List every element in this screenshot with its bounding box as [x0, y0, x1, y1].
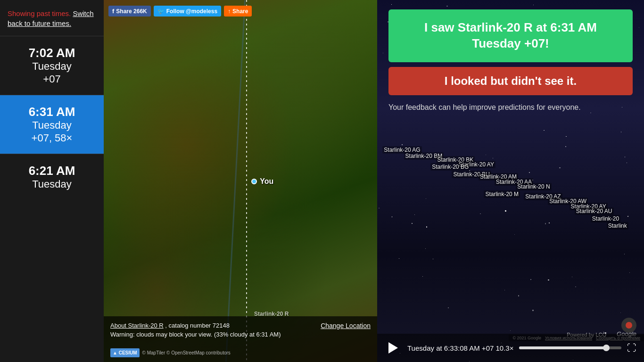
star	[510, 330, 511, 331]
star	[566, 136, 567, 137]
tz-631: +07, 58×	[8, 132, 96, 144]
map-area: f Share 266K 🐦 Follow @modeless ↑ Share …	[104, 0, 377, 362]
star	[544, 130, 544, 131]
saw-btn-line2: Tuesday +07!	[472, 36, 549, 50]
saw-it-button[interactable]: I saw Starlink-20 R at 6:31 AM Tuesday +…	[388, 9, 633, 62]
right-panel: I saw Starlink-20 R at 6:31 AM Tuesday +…	[377, 0, 644, 362]
tz-702: +07	[8, 73, 96, 85]
satellite-label: Starlink-20 AU	[575, 207, 614, 215]
showing-past-label: Showing past times.	[8, 9, 71, 17]
social-bar: f Share 266K 🐦 Follow @modeless ↑ Share	[108, 6, 252, 16]
video-progress-bar[interactable]	[519, 346, 621, 349]
satellite-label: Starlink-20 M	[484, 190, 520, 198]
tw-follow-label: Follow @modeless	[166, 8, 217, 15]
star	[518, 295, 519, 296]
satellite-cluster: Starlink-20 AGStarlink-20 BMStarlink-20 …	[377, 146, 644, 269]
warning-text: Warning: clouds may block your view. (33…	[110, 331, 281, 338]
star	[620, 313, 621, 313]
fb-icon: f	[112, 8, 114, 15]
feedback-area: I saw Starlink-20 R at 6:31 AM Tuesday +…	[377, 0, 644, 121]
satellite-label: Starlink-20	[591, 215, 620, 222]
sidebar-header: Showing past times. Switch back to futur…	[0, 0, 104, 36]
time-702: 7:02 AM	[8, 46, 96, 60]
didnt-see-button[interactable]: I looked but didn't see it.	[388, 67, 633, 95]
map-attribution: © MapTiler © OpenStreetMap contributors	[142, 349, 231, 356]
star	[621, 132, 622, 132]
star	[504, 290, 505, 290]
star	[448, 307, 449, 308]
fb-share-label: Share 266K	[116, 8, 147, 15]
star	[532, 310, 533, 311]
time-621: 6:21 AM	[8, 164, 96, 178]
change-location-link[interactable]: Change Location	[321, 321, 371, 331]
you-dot	[251, 179, 257, 184]
twitter-icon: 🐦	[157, 8, 165, 15]
day-631: Tuesday	[8, 119, 96, 132]
satellite-label: Starlink-20 N	[516, 183, 551, 190]
satellite-label: Starlink-20 BG	[430, 163, 470, 171]
time-slot-621[interactable]: 6:21 AM Tuesday	[0, 154, 104, 200]
feedback-text: Your feedback can help improve predictio…	[388, 102, 633, 113]
video-bar: Tuesday at 6:33:08 AM +07 10.3× ⛶	[377, 334, 644, 362]
share-icon: ↑	[228, 8, 231, 15]
star	[422, 276, 423, 277]
share-button[interactable]: ↑ Share	[224, 6, 252, 16]
record-dot	[626, 322, 632, 329]
video-time-display: Tuesday at 6:33:08 AM +07 10.3×	[407, 344, 513, 352]
star	[572, 277, 572, 277]
you-label: You	[260, 177, 273, 186]
share-label: Share	[232, 8, 248, 15]
star	[575, 287, 576, 287]
star	[629, 272, 630, 273]
day-621: Tuesday	[8, 178, 96, 190]
catalog-text: , catalog number 72148	[165, 322, 230, 329]
time-slot-702[interactable]: 7:02 AM Tuesday +07	[0, 36, 104, 95]
star	[530, 279, 531, 280]
video-progress-fill	[519, 346, 606, 349]
fullscreen-button[interactable]: ⛶	[627, 343, 636, 354]
satellite-label: Starlink	[607, 222, 628, 230]
saw-btn-line1: I saw Starlink-20 R at 6:31 AM	[424, 20, 597, 34]
video-progress-thumb	[603, 345, 610, 351]
sidebar: Showing past times. Switch back to futur…	[0, 0, 104, 362]
you-marker: You	[251, 177, 273, 186]
twitter-follow-button[interactable]: 🐦 Follow @modeless	[154, 6, 221, 16]
satellite-path	[246, 0, 247, 362]
showing-past-text: Showing past times. Switch back to futur…	[8, 8, 96, 28]
play-button[interactable]	[385, 339, 402, 356]
day-702: Tuesday	[8, 60, 96, 73]
star	[548, 280, 549, 280]
time-slot-631[interactable]: 6:31 AM Tuesday +07, 58×	[0, 95, 104, 154]
facebook-share-button[interactable]: f Share 266K	[108, 6, 151, 16]
about-starlink-link[interactable]: About Starlink-20 R	[110, 322, 164, 329]
cesium-logo: ▲ CESIUM	[110, 348, 140, 357]
map-terrain	[104, 0, 377, 362]
time-631: 6:31 AM	[8, 105, 96, 119]
map-footer: Change Location About Starlink-20 R , ca…	[104, 316, 377, 362]
star	[402, 144, 402, 145]
play-icon	[388, 342, 398, 354]
